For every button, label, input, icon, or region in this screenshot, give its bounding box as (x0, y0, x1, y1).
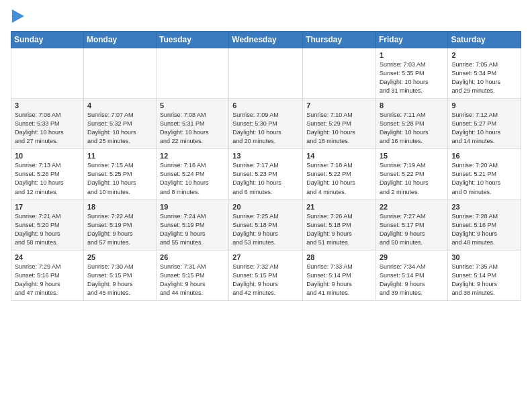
calendar-cell: 23Sunrise: 7:28 AM Sunset: 5:16 PM Dayli… (448, 199, 521, 250)
weekday-header-tuesday: Tuesday (157, 32, 229, 48)
calendar-cell: 8Sunrise: 7:11 AM Sunset: 5:28 PM Daylig… (375, 99, 447, 149)
day-number: 19 (160, 203, 225, 211)
day-number: 3 (15, 101, 80, 109)
calendar-cell (303, 48, 376, 99)
day-number: 20 (232, 203, 299, 211)
day-info: Sunrise: 7:15 AM Sunset: 5:25 PM Dayligh… (87, 161, 152, 196)
day-info: Sunrise: 7:22 AM Sunset: 5:19 PM Dayligh… (87, 212, 152, 247)
day-number: 29 (380, 253, 444, 261)
day-info: Sunrise: 7:27 AM Sunset: 5:17 PM Dayligh… (380, 212, 444, 247)
calendar-cell: 18Sunrise: 7:22 AM Sunset: 5:19 PM Dayli… (83, 199, 156, 250)
calendar-week-row: 1Sunrise: 7:03 AM Sunset: 5:35 PM Daylig… (11, 48, 521, 99)
day-info: Sunrise: 7:07 AM Sunset: 5:32 PM Dayligh… (87, 111, 152, 146)
calendar-cell: 14Sunrise: 7:18 AM Sunset: 5:22 PM Dayli… (303, 149, 376, 199)
weekday-header-friday: Friday (375, 32, 447, 48)
day-info: Sunrise: 7:13 AM Sunset: 5:26 PM Dayligh… (15, 161, 80, 196)
day-number: 5 (160, 101, 225, 109)
day-number: 23 (451, 203, 517, 211)
weekday-header-saturday: Saturday (448, 32, 521, 48)
day-info: Sunrise: 7:34 AM Sunset: 5:14 PM Dayligh… (380, 263, 444, 298)
day-info: Sunrise: 7:32 AM Sunset: 5:15 PM Dayligh… (232, 263, 299, 298)
day-number: 14 (306, 152, 372, 160)
day-info: Sunrise: 7:09 AM Sunset: 5:30 PM Dayligh… (232, 111, 299, 146)
calendar-cell: 22Sunrise: 7:27 AM Sunset: 5:17 PM Dayli… (375, 199, 447, 250)
calendar-cell: 9Sunrise: 7:12 AM Sunset: 5:27 PM Daylig… (448, 99, 521, 149)
calendar-cell: 13Sunrise: 7:17 AM Sunset: 5:23 PM Dayli… (229, 149, 303, 199)
day-info: Sunrise: 7:10 AM Sunset: 5:29 PM Dayligh… (306, 111, 372, 146)
day-info: Sunrise: 7:18 AM Sunset: 5:22 PM Dayligh… (306, 161, 372, 196)
day-info: Sunrise: 7:05 AM Sunset: 5:34 PM Dayligh… (451, 60, 517, 95)
logo-arrow-icon (12, 9, 24, 23)
day-info: Sunrise: 7:25 AM Sunset: 5:18 PM Dayligh… (232, 212, 299, 247)
day-info: Sunrise: 7:30 AM Sunset: 5:15 PM Dayligh… (87, 263, 152, 298)
day-info: Sunrise: 7:16 AM Sunset: 5:24 PM Dayligh… (160, 161, 225, 196)
calendar-week-row: 17Sunrise: 7:21 AM Sunset: 5:20 PM Dayli… (11, 199, 521, 250)
calendar-cell: 12Sunrise: 7:16 AM Sunset: 5:24 PM Dayli… (157, 149, 229, 199)
day-info: Sunrise: 7:08 AM Sunset: 5:31 PM Dayligh… (160, 111, 225, 146)
day-number: 11 (87, 152, 152, 160)
calendar-cell: 7Sunrise: 7:10 AM Sunset: 5:29 PM Daylig… (303, 99, 376, 149)
logo (11, 11, 24, 23)
calendar-cell: 21Sunrise: 7:26 AM Sunset: 5:18 PM Dayli… (303, 199, 376, 250)
calendar-week-row: 3Sunrise: 7:06 AM Sunset: 5:33 PM Daylig… (11, 99, 521, 149)
calendar-cell: 10Sunrise: 7:13 AM Sunset: 5:26 PM Dayli… (11, 149, 84, 199)
day-number: 28 (306, 253, 372, 261)
calendar-cell (229, 48, 303, 99)
calendar-week-row: 10Sunrise: 7:13 AM Sunset: 5:26 PM Dayli… (11, 149, 521, 199)
day-number: 7 (306, 101, 372, 109)
calendar-cell: 25Sunrise: 7:30 AM Sunset: 5:15 PM Dayli… (83, 250, 156, 300)
day-info: Sunrise: 7:03 AM Sunset: 5:35 PM Dayligh… (380, 60, 444, 95)
calendar-cell: 15Sunrise: 7:19 AM Sunset: 5:22 PM Dayli… (375, 149, 447, 199)
calendar-cell: 26Sunrise: 7:31 AM Sunset: 5:15 PM Dayli… (157, 250, 229, 300)
day-number: 12 (160, 152, 225, 160)
day-number: 25 (87, 253, 152, 261)
day-info: Sunrise: 7:31 AM Sunset: 5:15 PM Dayligh… (160, 263, 225, 298)
day-number: 2 (451, 51, 517, 59)
weekday-header-sunday: Sunday (11, 32, 84, 48)
day-number: 18 (87, 203, 152, 211)
calendar-cell: 17Sunrise: 7:21 AM Sunset: 5:20 PM Dayli… (11, 199, 84, 250)
day-number: 22 (380, 203, 444, 211)
day-info: Sunrise: 7:26 AM Sunset: 5:18 PM Dayligh… (306, 212, 372, 247)
day-info: Sunrise: 7:33 AM Sunset: 5:14 PM Dayligh… (306, 263, 372, 298)
weekday-header-monday: Monday (83, 32, 156, 48)
calendar-cell: 19Sunrise: 7:24 AM Sunset: 5:19 PM Dayli… (157, 199, 229, 250)
day-info: Sunrise: 7:21 AM Sunset: 5:20 PM Dayligh… (15, 212, 80, 247)
day-info: Sunrise: 7:11 AM Sunset: 5:28 PM Dayligh… (380, 111, 444, 146)
day-number: 6 (232, 101, 299, 109)
calendar-cell: 27Sunrise: 7:32 AM Sunset: 5:15 PM Dayli… (229, 250, 303, 300)
day-number: 26 (160, 253, 225, 261)
day-info: Sunrise: 7:17 AM Sunset: 5:23 PM Dayligh… (232, 161, 299, 196)
day-info: Sunrise: 7:29 AM Sunset: 5:16 PM Dayligh… (15, 263, 80, 298)
day-number: 16 (451, 152, 517, 160)
day-number: 9 (451, 101, 517, 109)
calendar-cell (83, 48, 156, 99)
calendar-cell (11, 48, 84, 99)
day-number: 13 (232, 152, 299, 160)
calendar-cell: 11Sunrise: 7:15 AM Sunset: 5:25 PM Dayli… (83, 149, 156, 199)
calendar-cell: 4Sunrise: 7:07 AM Sunset: 5:32 PM Daylig… (83, 99, 156, 149)
day-number: 21 (306, 203, 372, 211)
calendar-cell: 28Sunrise: 7:33 AM Sunset: 5:14 PM Dayli… (303, 250, 376, 300)
day-number: 10 (15, 152, 80, 160)
calendar-cell: 29Sunrise: 7:34 AM Sunset: 5:14 PM Dayli… (375, 250, 447, 300)
day-info: Sunrise: 7:28 AM Sunset: 5:16 PM Dayligh… (451, 212, 517, 247)
weekday-header-thursday: Thursday (303, 32, 376, 48)
calendar-cell: 1Sunrise: 7:03 AM Sunset: 5:35 PM Daylig… (375, 48, 447, 99)
calendar-cell: 5Sunrise: 7:08 AM Sunset: 5:31 PM Daylig… (157, 99, 229, 149)
day-info: Sunrise: 7:35 AM Sunset: 5:14 PM Dayligh… (451, 263, 517, 298)
day-info: Sunrise: 7:06 AM Sunset: 5:33 PM Dayligh… (15, 111, 80, 146)
calendar-cell: 16Sunrise: 7:20 AM Sunset: 5:21 PM Dayli… (448, 149, 521, 199)
day-number: 30 (451, 253, 517, 261)
calendar-cell: 2Sunrise: 7:05 AM Sunset: 5:34 PM Daylig… (448, 48, 521, 99)
weekday-header-wednesday: Wednesday (229, 32, 303, 48)
calendar-cell: 6Sunrise: 7:09 AM Sunset: 5:30 PM Daylig… (229, 99, 303, 149)
calendar-cell (157, 48, 229, 99)
day-number: 24 (15, 253, 80, 261)
day-info: Sunrise: 7:24 AM Sunset: 5:19 PM Dayligh… (160, 212, 225, 247)
day-number: 15 (380, 152, 444, 160)
day-number: 4 (87, 101, 152, 109)
calendar-cell: 3Sunrise: 7:06 AM Sunset: 5:33 PM Daylig… (11, 99, 84, 149)
weekday-header-row: SundayMondayTuesdayWednesdayThursdayFrid… (11, 32, 521, 48)
day-number: 17 (15, 203, 80, 211)
